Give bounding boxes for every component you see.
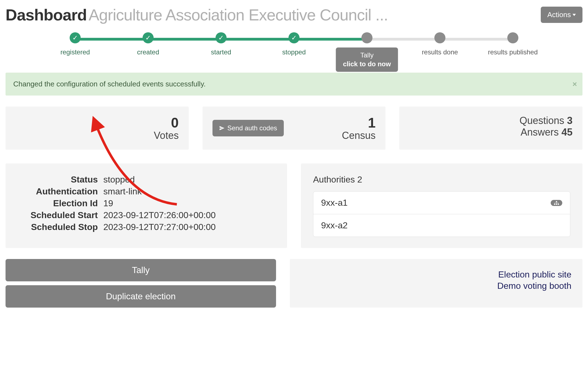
answers-label: Answers [521, 126, 559, 138]
page-header: Dashboard Agriculture Association Execut… [6, 6, 388, 24]
authentication-label: Authentication [18, 186, 103, 197]
chevron-down-icon [573, 14, 576, 16]
page-title: Dashboard [6, 6, 87, 24]
authority-name: 9xx-a1 [321, 198, 348, 208]
check-icon: ✓ [218, 35, 224, 41]
election-id-label: Election Id [18, 198, 103, 208]
scheduled-stop-value: 2023-09-12T07:27:00+00:00 [103, 222, 275, 232]
scheduled-start-value: 2023-09-12T07:26:00+00:00 [103, 210, 275, 220]
check-icon: ✓ [145, 35, 151, 41]
scheduled-stop-label: Scheduled Stop [18, 222, 103, 232]
step-label: created [137, 48, 159, 56]
election-details-card: Status stopped Authentication smart-link… [6, 163, 287, 248]
step-label: results published [488, 48, 538, 56]
send-auth-codes-button[interactable]: Send auth codes [212, 120, 284, 136]
tally-callout[interactable]: Tally click to do now [336, 47, 398, 72]
scheduled-start-label: Scheduled Start [18, 210, 103, 220]
check-icon: ✓ [72, 35, 78, 41]
svg-rect-3 [558, 204, 559, 205]
votes-value: 0 [15, 115, 179, 131]
svg-rect-2 [556, 204, 557, 205]
authority-item: 9xx-a2 [313, 214, 570, 237]
step-registered: ✓ registered [39, 32, 112, 56]
sitemap-icon[interactable] [551, 200, 562, 206]
questions-value: 3 [567, 115, 573, 126]
answers-value: 45 [561, 126, 573, 138]
paper-plane-icon [219, 125, 225, 131]
step-label: registered [61, 48, 90, 56]
tally-callout-sub: click to do now [343, 60, 391, 68]
authorities-list: 9xx-a1 9xx-a2 [313, 191, 570, 237]
tally-button[interactable]: Tally [6, 259, 276, 281]
authorities-label: Authorities [313, 175, 355, 184]
svg-rect-0 [556, 201, 557, 202]
actions-label: Actions [547, 10, 571, 19]
authorities-card: Authorities 2 9xx-a1 9xx-a2 [301, 163, 582, 248]
alert-message: Changed the configuration of scheduled e… [13, 80, 206, 88]
step-results-published: results published [476, 32, 549, 56]
check-icon: ✓ [291, 35, 297, 41]
election-id-value: 19 [103, 198, 275, 208]
close-icon[interactable]: × [573, 80, 577, 89]
success-alert: Changed the configuration of scheduled e… [6, 73, 582, 96]
questions-label: Questions [519, 115, 564, 126]
step-label: started [211, 48, 231, 56]
census-card: Send auth codes 1 Census [203, 107, 386, 150]
step-started: ✓ started [185, 32, 258, 56]
links-card: Election public site Demo voting booth [290, 259, 582, 308]
status-value: stopped [103, 175, 275, 185]
authority-name: 9xx-a2 [321, 220, 348, 231]
step-label: results done [422, 48, 458, 56]
authority-item: 9xx-a1 [313, 192, 570, 214]
svg-rect-1 [554, 204, 555, 205]
authorities-count: 2 [357, 175, 362, 184]
authentication-value: smart-link [103, 186, 275, 197]
step-stopped: ✓ stopped [258, 32, 330, 56]
votes-label: Votes [15, 130, 179, 141]
demo-voting-booth-link[interactable]: Demo voting booth [301, 281, 571, 291]
votes-card: 0 Votes [6, 107, 189, 150]
tally-callout-title: Tally [360, 51, 374, 59]
actions-dropdown[interactable]: Actions [541, 7, 582, 23]
step-results-done: results done [403, 32, 476, 56]
election-public-site-link[interactable]: Election public site [301, 269, 571, 280]
duplicate-election-button[interactable]: Duplicate election [6, 285, 276, 308]
step-created: ✓ created [112, 32, 185, 56]
send-auth-label: Send auth codes [227, 124, 277, 132]
page-subtitle: Agriculture Association Executive Counci… [89, 6, 388, 24]
step-tally[interactable]: Tally click to do now [330, 32, 403, 56]
status-label: Status [18, 175, 103, 185]
progress-steps: ✓ registered ✓ created ✓ started ✓ stopp… [39, 32, 549, 56]
questions-answers-card: Questions 3 Answers 45 [399, 107, 582, 150]
step-label: stopped [282, 48, 306, 56]
